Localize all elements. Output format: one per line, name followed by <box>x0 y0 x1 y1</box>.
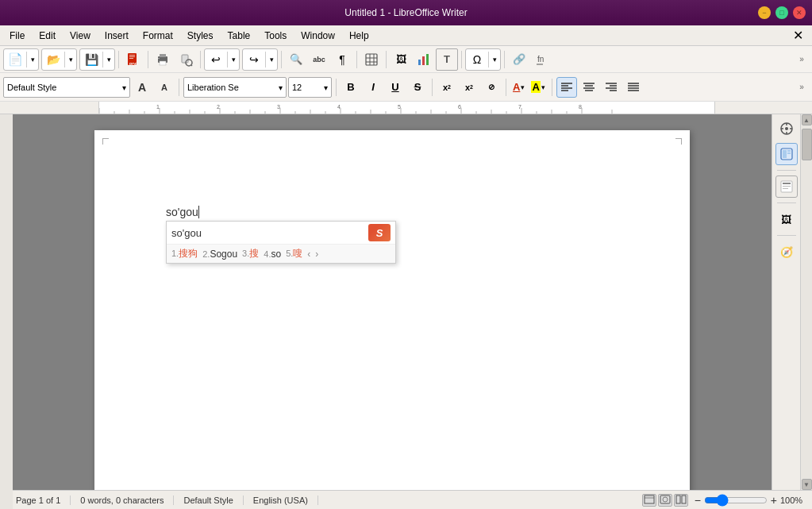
candidate-1[interactable]: 1.搜狗 <box>171 247 198 260</box>
spellcheck-button[interactable]: abc <box>308 48 330 71</box>
text-input-area[interactable]: so'gou so'gou S 1.搜狗 <box>166 206 396 264</box>
document-canvas[interactable]: so'gou so'gou S 1.搜狗 <box>13 114 772 490</box>
print-button[interactable] <box>152 48 174 71</box>
zoom-in-button[interactable]: + <box>771 494 777 507</box>
undo-button[interactable]: ↩ <box>205 48 227 71</box>
insert-footnote-button[interactable]: fn <box>531 48 553 71</box>
font-size-down-button[interactable]: A <box>154 77 175 98</box>
sidebar-gallery-button[interactable]: 🖼 <box>775 208 798 230</box>
print-preview-button[interactable] <box>175 48 197 71</box>
svg-text:4: 4 <box>337 104 341 110</box>
insert-image-button[interactable]: 🖼 <box>390 48 412 71</box>
insert-table-button[interactable] <box>360 48 383 71</box>
menu-file[interactable]: File <box>3 29 31 43</box>
sogou-ime-popup: so'gou S 1.搜狗 2.Sogou <box>166 221 396 264</box>
status-page: Page 1 of 1 <box>6 496 71 505</box>
maximize-button[interactable]: □ <box>775 6 788 19</box>
zoom-percent-label[interactable]: 100% <box>780 496 806 505</box>
new-button[interactable]: 📄 <box>4 48 26 71</box>
menu-help[interactable]: Help <box>343 29 375 43</box>
menu-window[interactable]: Window <box>294 29 341 43</box>
italic-button[interactable]: I <box>363 77 383 98</box>
save-button[interactable]: 💾 <box>80 48 102 71</box>
svg-rect-2 <box>129 56 135 57</box>
insert-hyperlink-button[interactable]: 🔗 <box>508 48 530 71</box>
zoom-slider[interactable] <box>704 496 768 505</box>
view-normal-button[interactable] <box>642 494 656 507</box>
svg-rect-90 <box>787 152 791 154</box>
font-size-up-button[interactable]: A <box>132 77 152 98</box>
close-document-button[interactable]: ✕ <box>787 25 809 47</box>
menu-edit[interactable]: Edit <box>33 29 62 43</box>
open-dropdown-button[interactable]: ▾ <box>65 48 76 71</box>
sidebar-properties-button[interactable] <box>775 118 798 140</box>
candidate-5[interactable]: 5.嗖 <box>286 247 302 260</box>
new-dropdown-button[interactable]: ▾ <box>27 48 38 71</box>
scroll-up-button[interactable]: ▲ <box>802 114 812 125</box>
insert-specialchar-button[interactable]: Ω <box>466 48 488 71</box>
view-web-button[interactable] <box>658 494 672 507</box>
scroll-track[interactable] <box>802 125 812 479</box>
toolbar-overflow[interactable]: » <box>795 48 809 71</box>
style-dropdown-icon <box>122 83 126 92</box>
svg-text:2: 2 <box>217 104 220 110</box>
svg-rect-92 <box>783 183 791 184</box>
highlight-color-button[interactable]: A ▾ <box>529 80 547 94</box>
insert-textbox-button[interactable]: T <box>436 48 458 71</box>
sogou-candidates-bar[interactable]: 1.搜狗 2.Sogou 3.搜 4.so 5.嗖 <box>167 245 395 263</box>
ruler: 1 2 3 4 5 6 7 8 <box>0 102 812 114</box>
justify-button[interactable] <box>623 77 644 98</box>
candidates-next-button[interactable]: › <box>315 249 318 260</box>
candidate-4[interactable]: 4.so <box>264 249 281 260</box>
underline-button[interactable]: U <box>385 77 406 98</box>
align-center-button[interactable] <box>579 77 599 98</box>
scroll-down-button[interactable]: ▼ <box>802 479 812 490</box>
save-dropdown-button[interactable]: ▾ <box>103 48 114 71</box>
font-color-button[interactable]: A ▾ <box>510 80 527 94</box>
sidebar-toggle-button[interactable] <box>775 143 798 165</box>
menu-tools[interactable]: Tools <box>258 29 293 43</box>
clear-formatting-button[interactable]: ⊘ <box>481 77 502 98</box>
findreplace-button[interactable]: 🔍 <box>285 48 307 71</box>
undo-dropdown[interactable]: ▾ <box>228 48 239 71</box>
font-name-select[interactable]: Liberation Se <box>183 77 287 98</box>
svg-rect-80 <box>0 114 13 509</box>
sidebar-styles-button[interactable] <box>775 175 798 198</box>
menu-table[interactable]: Table <box>221 29 257 43</box>
open-button[interactable]: 📂 <box>42 48 64 71</box>
sidebar-navigator-button[interactable]: 🧭 <box>775 241 798 263</box>
scroll-thumb[interactable] <box>802 129 812 160</box>
subscript-button[interactable]: x2 <box>459 77 479 98</box>
svg-rect-12 <box>366 54 377 65</box>
candidate-3[interactable]: 3.搜 <box>242 247 259 260</box>
corner-mark-tl <box>102 138 109 145</box>
font-size-select[interactable]: 12 <box>288 77 332 98</box>
candidates-prev-button[interactable]: ‹ <box>307 249 310 260</box>
menu-styles[interactable]: Styles <box>181 29 220 43</box>
redo-button[interactable]: ↪ <box>243 48 265 71</box>
paragraph-style-select[interactable]: Default Style <box>3 77 130 98</box>
view-book-button[interactable] <box>674 494 688 507</box>
minimize-button[interactable]: − <box>758 6 771 19</box>
savepdf-button[interactable]: PDF <box>122 48 144 71</box>
superscript-button[interactable]: x2 <box>437 77 457 98</box>
zoom-out-button[interactable]: − <box>695 494 701 507</box>
specialchar-dropdown[interactable]: ▾ <box>489 48 500 71</box>
strikethrough-button[interactable]: S <box>407 77 428 98</box>
candidate-2[interactable]: 2.Sogou <box>202 249 237 260</box>
menu-format[interactable]: Format <box>137 29 179 43</box>
status-right: − + 100% <box>642 494 806 507</box>
redo-dropdown[interactable]: ▾ <box>266 48 277 71</box>
vertical-scrollbar[interactable]: ▲ ▼ <box>800 114 812 490</box>
align-right-button[interactable] <box>601 77 622 98</box>
menu-view[interactable]: View <box>63 29 97 43</box>
status-language[interactable]: English (USA) <box>244 496 318 505</box>
insert-chart-button[interactable] <box>413 48 435 71</box>
menu-insert[interactable]: Insert <box>98 29 135 43</box>
bold-button[interactable]: B <box>341 77 361 98</box>
document-page[interactable]: so'gou so'gou S 1.搜狗 <box>94 130 690 490</box>
align-left-button[interactable] <box>556 77 577 98</box>
formatting-toolbar-overflow[interactable]: » <box>795 76 809 98</box>
close-button[interactable]: ✕ <box>793 6 806 19</box>
show-formatting-button[interactable]: ¶ <box>331 48 353 71</box>
